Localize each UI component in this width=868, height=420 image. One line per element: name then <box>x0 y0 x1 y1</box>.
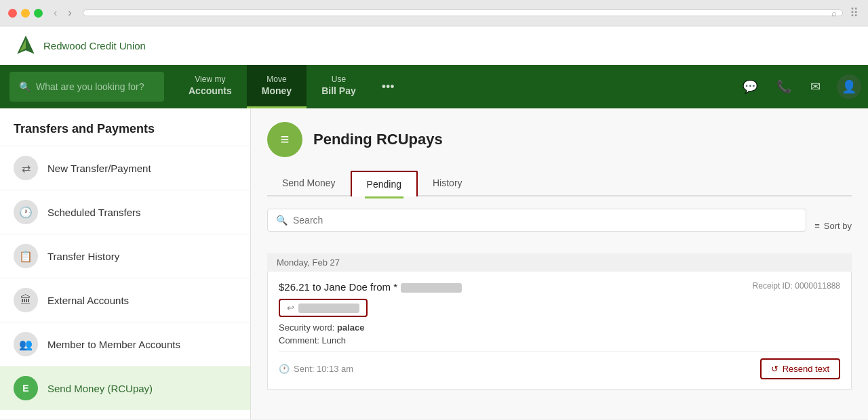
nav-move-money-bottom: Money <box>262 85 292 97</box>
nav-move-money-top: Move <box>267 75 286 85</box>
sidebar-item-scheduled-label: Scheduled Transfers <box>47 207 141 218</box>
sidebar-title: Transfers and Payments <box>0 108 250 146</box>
tx-time: 🕐 Sent: 10:13 am <box>279 364 353 374</box>
search-row-icon: 🔍 <box>276 215 288 226</box>
panel-title: Pending RCUpays <box>313 131 443 148</box>
sidebar-item-rcupay[interactable]: E Send Money (RCUpay) <box>0 366 250 410</box>
nav-item-move-money[interactable]: Move Money <box>247 65 307 108</box>
tx-account-icon: ↩ <box>287 303 294 313</box>
rcupay-icon: E <box>14 376 38 400</box>
search-field[interactable] <box>293 215 797 226</box>
app-wrapper: Redwood Credit Union 🔍 View my Accounts … <box>0 26 868 419</box>
panel-icon: ≡ <box>267 122 302 157</box>
tab-history[interactable]: History <box>418 171 477 195</box>
transaction-card: $26.21 to Jane Doe from * Receipt ID: 00… <box>267 272 852 390</box>
resend-label: Resend text <box>783 364 829 374</box>
forward-button[interactable]: › <box>64 5 75 20</box>
tx-comment-value: Lunch <box>322 335 346 345</box>
user-profile-button[interactable]: 👤 <box>837 75 861 99</box>
sidebar-item-external-label: External Accounts <box>47 295 129 306</box>
tab-send-money[interactable]: Send Money <box>267 171 351 195</box>
resend-text-button[interactable]: ↺ Resend text <box>760 358 840 379</box>
tx-comment: Comment: Lunch <box>279 335 840 345</box>
mail-icon-button[interactable]: ✉ <box>801 65 830 108</box>
resend-icon: ↺ <box>771 364 778 374</box>
nav-item-view-accounts[interactable]: View my Accounts <box>174 65 247 108</box>
sidebar-item-new-transfer-label: New Transfer/Payment <box>47 163 151 174</box>
tx-security-value: palace <box>337 322 364 333</box>
search-input[interactable] <box>36 81 155 92</box>
tx-bottom-row: 🕐 Sent: 10:13 am ↺ Resend text <box>279 351 840 379</box>
nav-view-accounts-bottom: Accounts <box>189 85 232 97</box>
sidebar-item-member-label: Member to Member Accounts <box>47 339 180 350</box>
search-icon: 🔍 <box>19 81 31 92</box>
sidebar-item-member-accounts[interactable]: 👥 Member to Member Accounts <box>0 322 250 366</box>
sidebar: Transfers and Payments ⇄ New Transfer/Pa… <box>0 108 251 419</box>
logo-icon <box>14 33 38 58</box>
sort-button[interactable]: ≡ Sort by <box>814 221 852 231</box>
new-transfer-icon: ⇄ <box>14 156 38 180</box>
app-header: Redwood Credit Union <box>0 26 868 65</box>
back-button[interactable]: ‹ <box>50 5 61 20</box>
sidebar-item-rcupay-label: Send Money (RCUpay) <box>47 383 153 394</box>
nav-view-accounts-top: View my <box>195 75 225 85</box>
address-bar[interactable]: ⌕ <box>83 9 843 16</box>
minimize-button[interactable] <box>21 9 30 18</box>
phone-icon-button[interactable]: 📞 <box>767 65 801 108</box>
nav-buttons: ‹ › <box>50 5 76 20</box>
tx-account-number <box>298 303 359 313</box>
external-accounts-icon: 🏛 <box>14 288 38 312</box>
sidebar-item-external-accounts[interactable]: 🏛 External Accounts <box>0 278 250 322</box>
search-sort-row: 🔍 ≡ Sort by <box>267 209 852 243</box>
tx-title: $26.21 to Jane Doe from * <box>279 281 397 293</box>
logo-text: Redwood Credit Union <box>43 40 146 51</box>
nav-item-bill-pay[interactable]: Use Bill Pay <box>307 65 371 108</box>
sort-label: Sort by <box>824 221 852 231</box>
tx-security-label: Security word: <box>279 322 334 333</box>
right-panel: ≡ Pending RCUpays Send Money Pending His… <box>251 108 868 419</box>
member-accounts-icon: 👥 <box>14 332 38 356</box>
nav-icons: 💬 📞 ✉ 👤 <box>733 65 868 108</box>
scheduled-transfers-icon: 🕐 <box>14 200 38 224</box>
tx-security-word: Security word: palace <box>279 322 840 333</box>
logo-area: Redwood Credit Union <box>14 33 146 58</box>
tx-top-row: $26.21 to Jane Doe from * Receipt ID: 00… <box>279 281 840 293</box>
address-search-icon: ⌕ <box>831 8 837 18</box>
maximize-button[interactable] <box>34 9 43 18</box>
sidebar-item-history-label: Transfer History <box>47 251 119 262</box>
nav-bar: 🔍 View my Accounts Move Money Use Bill P… <box>0 65 868 108</box>
tx-time-label: Sent: 10:13 am <box>294 364 353 374</box>
tab-pending[interactable]: Pending <box>351 171 418 196</box>
sort-icon: ≡ <box>814 221 820 231</box>
browser-menu-icon: ⠿ <box>850 5 860 20</box>
main-content: Transfers and Payments ⇄ New Transfer/Pa… <box>0 108 868 419</box>
nav-items: View my Accounts Move Money Use Bill Pay… <box>174 65 733 108</box>
tabs: Send Money Pending History <box>267 171 852 196</box>
tx-masked-account <box>401 283 462 293</box>
close-button[interactable] <box>8 9 17 18</box>
sidebar-item-transfer-history[interactable]: 📋 Transfer History <box>0 234 250 278</box>
nav-bill-pay-top: Use <box>332 75 346 85</box>
traffic-lights <box>8 9 43 18</box>
sidebar-item-scheduled-transfers[interactable]: 🕐 Scheduled Transfers <box>0 190 250 234</box>
search-container: 🔍 <box>267 209 806 232</box>
panel-icon-symbol: ≡ <box>281 131 290 148</box>
chat-icon-button[interactable]: 💬 <box>733 65 767 108</box>
nav-more-button[interactable]: ••• <box>371 65 406 108</box>
panel-header: ≡ Pending RCUpays <box>267 122 852 157</box>
tx-comment-label: Comment: <box>279 335 319 345</box>
nav-bill-pay-bottom: Bill Pay <box>321 85 356 97</box>
sidebar-item-new-transfer[interactable]: ⇄ New Transfer/Payment <box>0 146 250 190</box>
clock-icon: 🕐 <box>279 364 290 374</box>
transfer-history-icon: 📋 <box>14 244 38 268</box>
tx-title-area: $26.21 to Jane Doe from * <box>279 281 462 293</box>
browser-chrome: ‹ › ⌕ ⠿ <box>0 0 868 26</box>
nav-search-box[interactable]: 🔍 <box>9 72 164 102</box>
tx-account-box: ↩ <box>279 299 368 317</box>
date-header: Monday, Feb 27 <box>267 253 852 272</box>
tx-receipt-id: Receipt ID: 0000011888 <box>753 281 840 291</box>
